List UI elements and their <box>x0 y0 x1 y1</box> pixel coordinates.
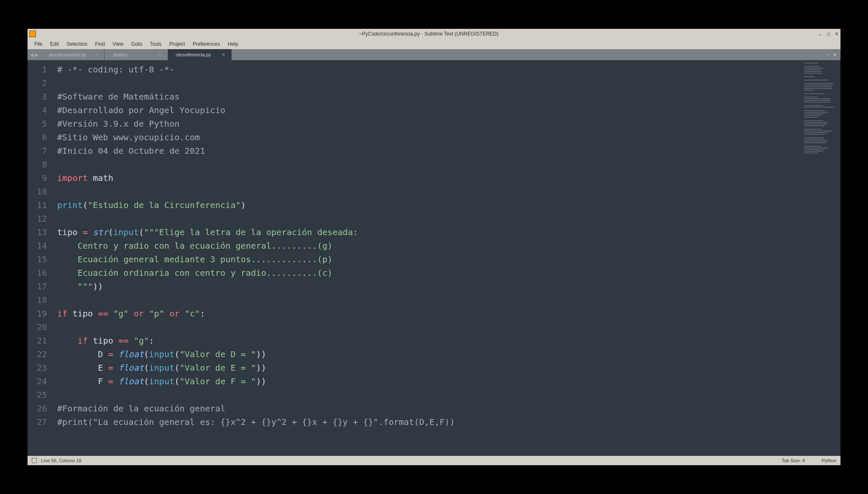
minimize-icon[interactable]: ⌄ <box>818 31 822 37</box>
app-window: ~PyCode/circunferencia.py - Sublime Text… <box>28 29 840 465</box>
minimap[interactable] <box>802 60 840 456</box>
tab-label: .bashrc <box>112 52 127 57</box>
tab-bar: ◀ ▶ amortizacionv5.py × .bashrc × circun… <box>28 49 840 60</box>
menu-selection[interactable]: Selection <box>63 40 91 48</box>
tab-menu-icon[interactable]: ▼ <box>832 52 837 57</box>
menu-goto[interactable]: Goto <box>128 40 146 48</box>
menu-bar: File Edit Selection Find View Goto Tools… <box>28 39 840 49</box>
tab-bashrc[interactable]: .bashrc × <box>105 49 168 60</box>
tab-label: amortizacionv5.py <box>49 52 86 57</box>
menu-preferences[interactable]: Preferences <box>189 40 224 48</box>
menu-edit[interactable]: Edit <box>47 40 62 48</box>
menu-find[interactable]: Find <box>91 40 108 48</box>
code-editor[interactable]: # -*- coding: utf-8 -*- #Software de Mat… <box>52 60 802 456</box>
editor-area: 1234567891011121314151617181920212223242… <box>28 60 840 456</box>
close-icon[interactable]: ✕ <box>835 31 839 37</box>
window-title: ~PyCode/circunferencia.py - Sublime Text… <box>39 31 818 37</box>
tab-size-indicator[interactable]: Tab Size: 4 <box>782 458 804 463</box>
app-icon <box>29 31 36 37</box>
tab-label: circunferencia.py <box>176 52 211 57</box>
status-bar: Line 55, Column 18 Tab Size: 4 Python <box>28 456 840 465</box>
menu-tools[interactable]: Tools <box>147 40 165 48</box>
menu-project[interactable]: Project <box>166 40 188 48</box>
tab-amortizacion[interactable]: amortizacionv5.py × <box>41 49 105 60</box>
tab-prev-icon[interactable]: ◀ <box>30 52 33 58</box>
tab-circunferencia[interactable]: circunferencia.py × <box>168 49 232 60</box>
syntax-indicator[interactable]: Python <box>822 458 836 463</box>
title-bar[interactable]: ~PyCode/circunferencia.py - Sublime Text… <box>28 29 840 39</box>
window-controls: ⌄ ◇ ✕ <box>818 31 839 37</box>
tab-close-icon[interactable]: × <box>158 51 162 58</box>
new-tab-icon[interactable]: + <box>827 52 829 57</box>
menu-help[interactable]: Help <box>224 40 242 48</box>
menu-file[interactable]: File <box>31 40 46 48</box>
tab-close-icon[interactable]: × <box>95 51 98 58</box>
menu-view[interactable]: View <box>109 40 127 48</box>
tab-next-icon[interactable]: ▶ <box>35 52 39 58</box>
tab-nav-arrows: ◀ ▶ <box>28 49 41 60</box>
maximize-icon[interactable]: ◇ <box>827 31 830 37</box>
line-number-gutter: 1234567891011121314151617181920212223242… <box>28 60 52 456</box>
panel-toggle-icon[interactable] <box>32 458 37 463</box>
cursor-position[interactable]: Line 55, Column 18 <box>41 458 81 463</box>
tab-extra: + ▼ <box>823 49 840 60</box>
tab-close-icon[interactable]: × <box>222 51 225 58</box>
